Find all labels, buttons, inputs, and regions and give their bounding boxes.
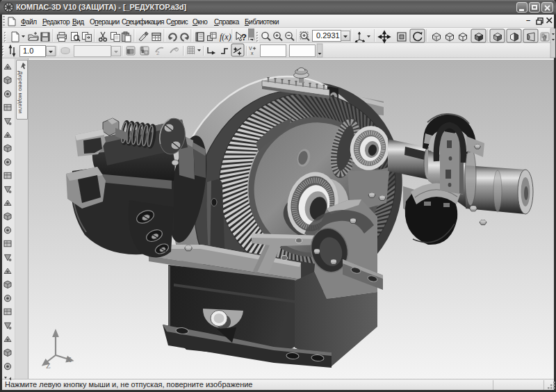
svg-text:?: ? — [241, 32, 247, 42]
svg-text:2: 2 — [156, 50, 160, 56]
svg-text:x: x — [251, 51, 254, 56]
svg-text:f(x): f(x) — [220, 32, 231, 42]
svg-text:V: V — [249, 46, 252, 51]
